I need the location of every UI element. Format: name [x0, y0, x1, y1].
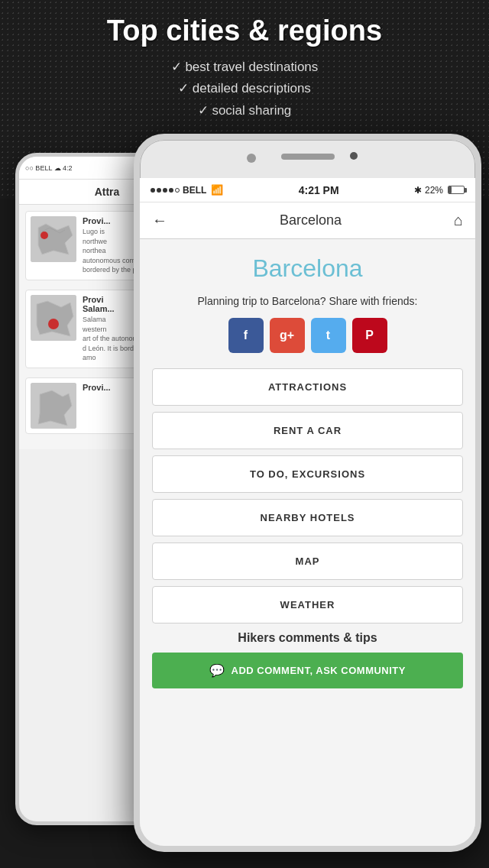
pinterest-button[interactable]: P — [352, 318, 387, 353]
status-right: ✱ 22% — [414, 185, 465, 196]
phone-screen: BELL 📶 4:21 PM ✱ 22% ← Barcelona ⌂ Barce… — [140, 178, 475, 846]
share-prompt: Planning trip to Barcelona? Share with f… — [152, 295, 463, 307]
attractions-button[interactable]: ATTRACTIONS — [152, 368, 463, 406]
check-destinations: ✓ best travel destinations — [0, 57, 489, 79]
back-button[interactable]: ← — [152, 212, 167, 229]
rent-a-car-button[interactable]: RENT A CAR — [152, 412, 463, 449]
phone-speaker — [281, 154, 335, 160]
phone-camera — [350, 152, 358, 160]
add-comment-button[interactable]: 💬 ADD COMMENT, ASK COMMUNITY — [152, 653, 463, 688]
phone-speaker-dot — [247, 154, 256, 163]
status-bar: BELL 📶 4:21 PM ✱ 22% — [140, 178, 475, 202]
signal-dot-3 — [163, 188, 167, 193]
map-thumbnail-1 — [31, 216, 76, 262]
back-status-text: ○○ BELL ☁ 4:2 — [25, 164, 73, 172]
signal-dot-2 — [157, 188, 161, 193]
nav-title: Barcelona — [280, 212, 342, 228]
add-comment-label: ADD COMMENT, ASK COMMUNITY — [232, 665, 406, 676]
city-name: Barcelona — [152, 254, 463, 283]
main-content: Barcelona Planning trip to Barcelona? Sh… — [140, 239, 475, 846]
svg-point-3 — [48, 319, 59, 329]
signal-dots — [151, 188, 180, 193]
comments-section-title: Hikers comments & tips — [152, 631, 463, 645]
phone-front: BELL 📶 4:21 PM ✱ 22% ← Barcelona ⌂ Barce… — [134, 134, 481, 852]
to-do-excursions-button[interactable]: TO DO, EXCURSIONS — [152, 455, 463, 493]
navigation-bar: ← Barcelona ⌂ — [140, 202, 475, 239]
svg-point-1 — [40, 232, 48, 239]
status-left: BELL 📶 — [151, 184, 223, 196]
home-button[interactable]: ⌂ — [454, 212, 463, 229]
facebook-button[interactable]: f — [228, 318, 264, 353]
comment-icon: 💬 — [209, 663, 225, 678]
status-time: 4:21 PM — [299, 184, 339, 196]
google-button[interactable]: g+ — [270, 318, 305, 353]
signal-dot-4 — [169, 188, 173, 193]
header-section: Top cities & regions ✓ best travel desti… — [0, 0, 489, 122]
carrier-name: BELL — [183, 185, 206, 196]
header-checks: ✓ best travel destinations ✓ detailed de… — [0, 57, 489, 123]
map-thumbnail-3 — [31, 383, 76, 429]
signal-dot-1 — [151, 188, 155, 193]
signal-dot-5 — [175, 188, 180, 193]
social-buttons-group: f g+ t P — [152, 318, 463, 353]
check-descriptions: ✓ detailed descriptions — [0, 78, 489, 100]
battery-icon — [448, 186, 465, 194]
twitter-button[interactable]: t — [311, 318, 346, 353]
wifi-icon: 📶 — [211, 184, 223, 196]
page-title: Top cities & regions — [0, 14, 489, 49]
nearby-hotels-button[interactable]: NEARBY HOTELS — [152, 499, 463, 536]
battery-level: 22% — [425, 185, 443, 196]
map-thumbnail-2 — [31, 295, 76, 341]
weather-button[interactable]: WEATHER — [152, 586, 463, 623]
map-button[interactable]: MAP — [152, 542, 463, 580]
check-social: ✓ social sharing — [0, 100, 489, 122]
bluetooth-icon: ✱ — [414, 185, 422, 196]
